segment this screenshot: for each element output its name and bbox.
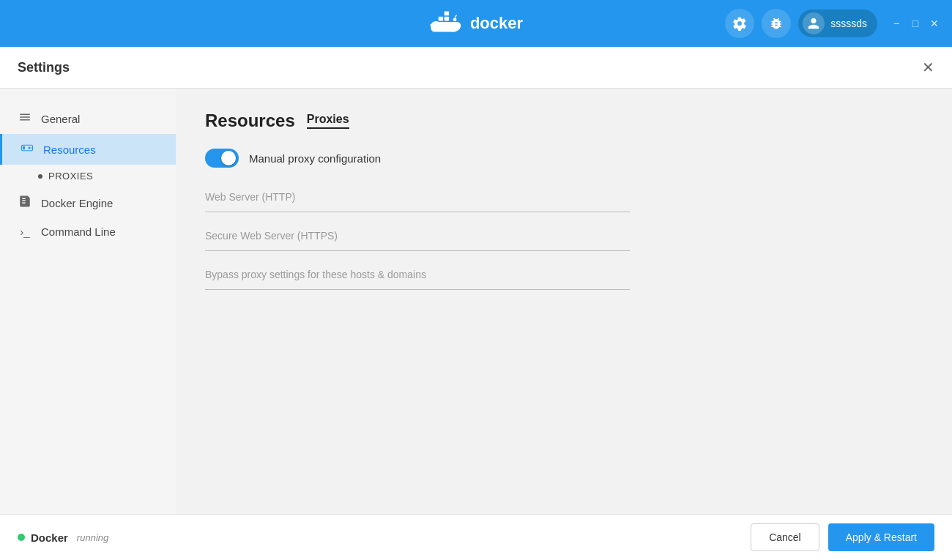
minimize-button[interactable]: −	[890, 18, 902, 29]
status-running-label: running	[77, 532, 108, 543]
titlebar: docker sssssds − □ ✕	[0, 0, 952, 47]
status-indicator	[18, 534, 25, 541]
bug-icon-btn[interactable]	[762, 9, 791, 38]
main-content: Resources Proxies Manual proxy configura…	[176, 89, 952, 514]
svg-rect-5	[445, 12, 449, 16]
manual-proxy-toggle[interactable]	[205, 149, 239, 168]
general-icon	[18, 111, 32, 127]
status-app-name: Docker	[31, 531, 68, 544]
svg-rect-3	[439, 17, 443, 21]
toggle-row: Manual proxy configuration	[205, 149, 923, 168]
cancel-button[interactable]: Cancel	[751, 523, 819, 551]
sidebar-item-docker-engine[interactable]: Docker Engine	[0, 187, 176, 218]
bypass-proxy-input[interactable]	[205, 266, 630, 283]
footer: Docker running Cancel Apply & Restart	[0, 514, 952, 560]
bypass-field-group	[205, 266, 630, 290]
svg-rect-4	[445, 17, 449, 21]
app-name-label: docker	[470, 14, 523, 33]
username-label: sssssds	[830, 18, 867, 29]
window-buttons: − □ ✕	[890, 18, 940, 29]
toggle-track	[205, 149, 239, 168]
sidebar-item-resources[interactable]: Resources	[0, 134, 176, 165]
sidebar-item-label: Docker Engine	[41, 197, 113, 209]
close-settings-button[interactable]: ✕	[922, 59, 934, 76]
close-window-button[interactable]: ✕	[929, 18, 940, 29]
toggle-thumb	[221, 151, 236, 165]
toggle-label: Manual proxy configuration	[249, 152, 381, 165]
http-proxy-input[interactable]	[205, 188, 630, 206]
svg-point-11	[31, 147, 32, 149]
svg-point-10	[29, 147, 31, 149]
sidebar-item-label: Command Line	[41, 225, 116, 238]
docker-engine-icon	[18, 195, 32, 211]
command-line-icon: ›_	[18, 225, 32, 238]
titlebar-right: sssssds − □ ✕	[725, 9, 940, 38]
settings-header: Settings ✕	[0, 47, 952, 89]
page-title: Resources	[205, 111, 295, 131]
sidebar-item-command-line[interactable]: ›_ Command Line	[0, 218, 176, 245]
app-logo: docker	[429, 10, 523, 37]
sidebar: General Resources PROXIES	[0, 89, 176, 514]
docker-status: Docker running	[18, 531, 108, 544]
http-field-group	[205, 188, 630, 212]
https-proxy-input[interactable]	[205, 227, 630, 244]
sidebar-item-general[interactable]: General	[0, 103, 176, 134]
footer-buttons: Cancel Apply & Restart	[751, 523, 934, 551]
apply-restart-button[interactable]: Apply & Restart	[828, 523, 934, 551]
settings-title: Settings	[18, 60, 70, 75]
content-header: Resources Proxies	[205, 111, 923, 131]
docker-whale-icon	[429, 10, 464, 37]
settings-body: General Resources PROXIES	[0, 89, 952, 514]
sub-dot-icon	[38, 174, 42, 179]
svg-point-7	[453, 18, 457, 21]
user-avatar	[803, 12, 825, 34]
user-menu[interactable]: sssssds	[798, 10, 877, 37]
sidebar-sub-item-proxies[interactable]: PROXIES	[0, 165, 176, 187]
proxy-form	[205, 188, 630, 290]
sub-item-label: PROXIES	[48, 171, 93, 182]
settings-panel: Settings ✕ General	[0, 47, 952, 560]
sidebar-item-label: Resources	[43, 143, 96, 156]
svg-rect-9	[23, 146, 25, 150]
resources-icon	[20, 141, 34, 157]
tab-proxies[interactable]: Proxies	[307, 113, 349, 129]
settings-icon-btn[interactable]	[725, 9, 754, 38]
https-field-group	[205, 227, 630, 251]
sidebar-item-label: General	[41, 113, 80, 125]
maximize-button[interactable]: □	[910, 18, 921, 29]
